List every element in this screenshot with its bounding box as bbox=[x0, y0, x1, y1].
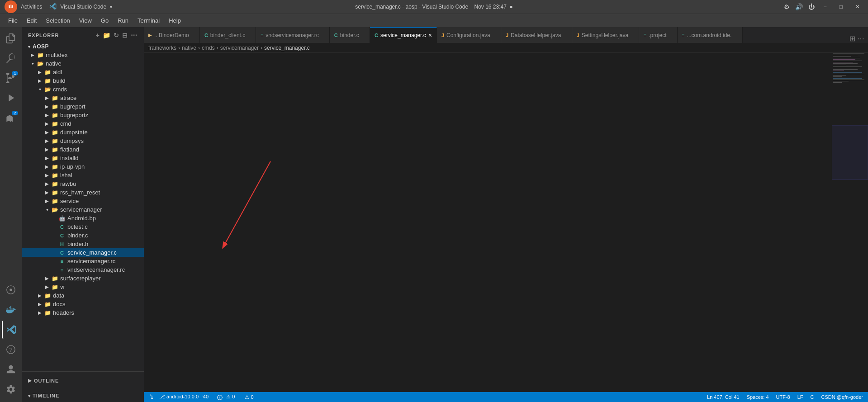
timeline-section[interactable]: ▾ TIMELINE bbox=[22, 389, 144, 402]
tab-settings-helper-java[interactable]: J SettingsHelper.java × bbox=[572, 27, 640, 43]
tree-item-data[interactable]: ▶ 📁 data bbox=[22, 291, 144, 300]
close-button[interactable]: ✕ bbox=[852, 3, 863, 11]
titlebar-app-name[interactable]: Visual Studio Code bbox=[60, 4, 106, 10]
tree-item-binder-c[interactable]: ▶ C binder.c bbox=[22, 231, 144, 240]
folder-icon: 📁 bbox=[51, 95, 59, 101]
breadcrumb-frameworks[interactable]: frameworks bbox=[148, 45, 176, 51]
tree-item-rss-hwm-reset[interactable]: ▶ 📁 rss_hwm_reset bbox=[22, 188, 144, 197]
tree-item-headers[interactable]: ▶ 📁 headers bbox=[22, 308, 144, 317]
tab-vnd-rc[interactable]: ≡ vndservicemanager.rc × bbox=[256, 27, 329, 43]
tab-label: SettingsHelper.java bbox=[582, 32, 628, 38]
menu-go[interactable]: Go bbox=[97, 15, 112, 26]
tree-item-bugreportz[interactable]: ▶ 📁 bugreportz bbox=[22, 111, 144, 119]
tree-item-installd[interactable]: ▶ 📁 installd bbox=[22, 154, 144, 162]
settings-icon[interactable]: ⚙ bbox=[784, 3, 790, 10]
vscode-activity-button[interactable] bbox=[2, 321, 20, 339]
spaces-indicator[interactable]: Spaces: 4 bbox=[745, 394, 770, 400]
menu-view[interactable]: View bbox=[76, 15, 95, 26]
tree-item-service-manager-c[interactable]: ▶ C service_manager.c bbox=[22, 248, 144, 257]
tree-item-service[interactable]: ▶ 📁 service bbox=[22, 197, 144, 205]
tab-project[interactable]: ≡ .project × bbox=[639, 27, 677, 43]
menu-run[interactable]: Run bbox=[114, 15, 132, 26]
tab-configuration-java[interactable]: J Configuration.java × bbox=[437, 27, 501, 43]
split-editor-icon[interactable]: ⊞ bbox=[849, 34, 855, 43]
tree-item-bctest-c[interactable]: ▶ C bctest.c bbox=[22, 222, 144, 231]
tree-item-dumpsys[interactable]: ▶ 📁 dumpsys bbox=[22, 137, 144, 145]
tree-item-atrace[interactable]: ▶ 📁 atrace bbox=[22, 94, 144, 102]
speaker-icon[interactable]: 🔊 bbox=[795, 3, 803, 10]
minimize-button[interactable]: − bbox=[820, 3, 830, 11]
tab-binder-client-c[interactable]: C binder_client.c × bbox=[200, 27, 256, 43]
tree-item-bugreport[interactable]: ▶ 📁 bugreport bbox=[22, 102, 144, 111]
ln-col[interactable]: Ln 407, Col 41 bbox=[706, 394, 741, 400]
tree-item-aidl[interactable]: ▶ 📁 aidl bbox=[22, 68, 144, 76]
tree-item-flatland[interactable]: ▶ 📁 flatland bbox=[22, 145, 144, 154]
run-debug-activity-button[interactable] bbox=[2, 89, 20, 107]
breadcrumb-cmds[interactable]: cmds bbox=[202, 45, 215, 51]
breadcrumb-file[interactable]: service_manager.c bbox=[264, 45, 310, 51]
breadcrumb-sep: › bbox=[217, 45, 218, 51]
menu-file[interactable]: File bbox=[5, 15, 21, 26]
tree-item-ip-up-vpn[interactable]: ▶ 📁 ip-up-vpn bbox=[22, 162, 144, 171]
tree-item-servicemanager-rc[interactable]: ▶ ≡ servicemanager.rc bbox=[22, 257, 144, 265]
sidebar-menu-icon[interactable]: ⋯ bbox=[131, 32, 138, 39]
tree-item-surfacereplayer[interactable]: ▶ 📁 surfacereplayer bbox=[22, 274, 144, 283]
tree-item-cmd[interactable]: ▶ 📁 cmd bbox=[22, 119, 144, 128]
line-ending-indicator[interactable]: LF bbox=[796, 394, 805, 400]
tree-item-vndservicemanager-rc[interactable]: ▶ ≡ vndservicemanager.rc bbox=[22, 265, 144, 274]
tree-item-multidex[interactable]: ▶ 📁 multidex bbox=[22, 51, 144, 59]
dropdown-arrow-icon[interactable]: ▾ bbox=[110, 5, 112, 9]
tab-service-manager-c[interactable]: C service_manager.c × bbox=[370, 27, 437, 43]
explorer-activity-button[interactable] bbox=[2, 29, 20, 47]
source-control-activity-button[interactable]: 1 bbox=[2, 69, 20, 87]
error-count[interactable]: ! ⚠ 0 bbox=[216, 394, 237, 400]
tree-item-lshal[interactable]: ▶ 📁 lshal bbox=[22, 171, 144, 180]
refresh-icon[interactable]: ↻ bbox=[114, 32, 119, 39]
tab-binder-demo[interactable]: ▶ ...BinderDemo × bbox=[144, 27, 200, 43]
maximize-button[interactable]: □ bbox=[836, 3, 846, 11]
new-folder-icon[interactable]: 📁 bbox=[103, 32, 111, 39]
gear-activity-button[interactable] bbox=[2, 380, 20, 398]
tree-item-native[interactable]: ▾ 📂 native bbox=[22, 59, 144, 68]
collapse-icon[interactable]: ⊟ bbox=[122, 32, 128, 39]
search-activity-button[interactable] bbox=[2, 49, 20, 67]
warning-count[interactable]: ⚠ 0 bbox=[242, 394, 256, 400]
tree-item-rawbu[interactable]: ▶ 📁 rawbu bbox=[22, 180, 144, 188]
minimap[interactable] bbox=[832, 53, 868, 392]
tree-item-android-bp[interactable]: ▶ 🤖 Android.bp bbox=[22, 214, 144, 222]
tree-item-dumpstate[interactable]: ▶ 📁 dumpstate bbox=[22, 128, 144, 137]
new-file-icon[interactable]: + bbox=[96, 32, 100, 39]
menu-selection[interactable]: Selection bbox=[42, 15, 73, 26]
tab-com-android-ide[interactable]: ≡ ...com.android.ide. × bbox=[678, 27, 743, 43]
power-icon[interactable]: ⏻ bbox=[808, 3, 815, 10]
remote-activity-button[interactable] bbox=[2, 281, 20, 299]
tree-item-cmds[interactable]: ▾ 📂 cmds bbox=[22, 85, 144, 94]
more-actions-icon[interactable]: ⋯ bbox=[857, 34, 864, 43]
tab-binder-c[interactable]: C binder.c × bbox=[330, 27, 370, 43]
code-content[interactable] bbox=[167, 53, 832, 392]
tree-item-binder-h[interactable]: ▶ H binder.h bbox=[22, 240, 144, 248]
account-activity-button[interactable] bbox=[2, 360, 20, 378]
language-indicator[interactable]: C bbox=[809, 394, 816, 400]
extensions-activity-button[interactable]: 2 bbox=[2, 109, 20, 127]
tree-item-build[interactable]: ▶ 📁 build bbox=[22, 76, 144, 85]
tree-item-vr[interactable]: ▶ 📁 vr bbox=[22, 283, 144, 291]
svg-rect-15 bbox=[833, 65, 846, 65]
menu-terminal[interactable]: Terminal bbox=[134, 15, 163, 26]
help-activity-button[interactable]: ? bbox=[2, 341, 20, 359]
branch-indicator[interactable]: ⎇ android-10.0.0_r40 bbox=[147, 394, 211, 400]
user-indicator[interactable]: CSDN @qfn-goder bbox=[820, 394, 864, 400]
breadcrumb-native[interactable]: native bbox=[182, 45, 196, 51]
tree-item-docs[interactable]: ▶ 📁 docs bbox=[22, 300, 144, 308]
code-editor[interactable] bbox=[144, 53, 868, 392]
menu-help[interactable]: Help bbox=[165, 15, 185, 26]
tree-root-aosp[interactable]: ▾ AOSP bbox=[22, 43, 144, 51]
menu-edit[interactable]: Edit bbox=[23, 15, 40, 26]
tree-item-servicemanager[interactable]: ▾ 📂 servicemanager bbox=[22, 205, 144, 214]
tab-close-icon[interactable]: × bbox=[428, 32, 432, 39]
tab-database-helper-java[interactable]: J DatabaseHelper.java × bbox=[501, 27, 572, 43]
breadcrumb-servicemanager[interactable]: servicemanager bbox=[220, 45, 259, 51]
docker-activity-button[interactable] bbox=[2, 301, 20, 319]
outline-section[interactable]: ▶ OUTLINE bbox=[22, 371, 144, 389]
encoding-indicator[interactable]: UTF-8 bbox=[775, 394, 792, 400]
